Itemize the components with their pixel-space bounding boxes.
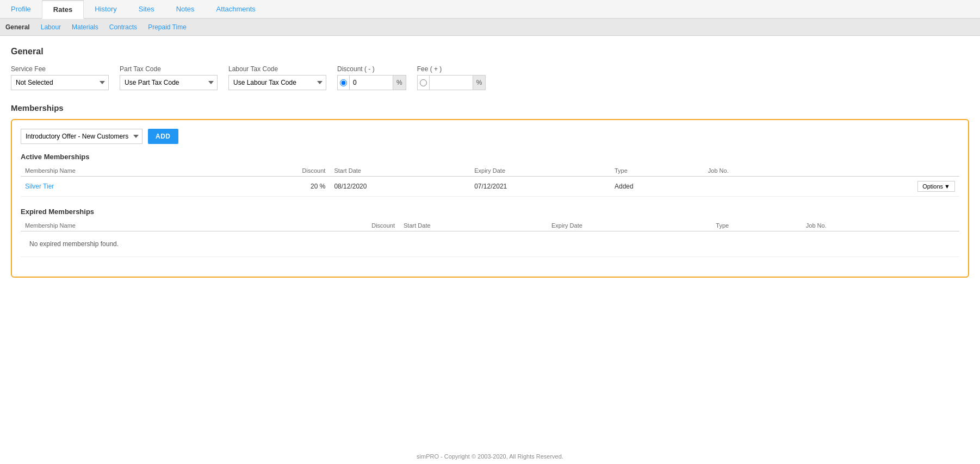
active-col-expirydate: Expiry Date [470, 165, 610, 177]
expired-col-jobno: Job No. [802, 220, 923, 231]
part-tax-code-label: Part Tax Code [120, 65, 218, 73]
tab-notes[interactable]: Notes [165, 0, 206, 18]
active-memberships-table: Membership Name Discount Start Date Expi… [21, 165, 959, 197]
fee-pct: % [473, 76, 486, 90]
membership-discount-cell: 20 % [221, 177, 330, 197]
tab-sites[interactable]: Sites [128, 0, 165, 18]
labour-tax-code-select[interactable]: Use Labour Tax CodeTax ExemptGST [228, 75, 326, 90]
expired-col-options [923, 220, 959, 231]
add-membership-button[interactable]: ADD [148, 129, 178, 144]
options-button[interactable]: Options ▼ [917, 181, 955, 192]
service-fee-select[interactable]: Not SelectedStandard FeePremium Fee [11, 75, 109, 90]
service-fee-label: Service Fee [11, 65, 109, 73]
discount-radio[interactable] [340, 79, 347, 86]
active-col-jobno: Job No. [704, 165, 803, 177]
fee-radio[interactable] [420, 79, 427, 86]
expired-col-expirydate: Expiry Date [547, 220, 711, 231]
membership-select[interactable]: Introductory Offer - New CustomersSilver… [21, 129, 142, 144]
discount-group: Discount ( - ) % [337, 65, 406, 90]
expired-memberships-table: Membership Name Discount Start Date Expi… [21, 220, 959, 257]
expired-col-type: Type [711, 220, 801, 231]
active-col-options [803, 165, 959, 177]
part-tax-code-group: Part Tax Code Use Part Tax CodeTax Exemp… [120, 65, 218, 90]
fee-input-row: % [417, 75, 486, 90]
fee-label: Fee ( + ) [417, 65, 486, 73]
tab-rates[interactable]: Rates [42, 0, 84, 19]
tab-history[interactable]: History [84, 0, 127, 18]
expired-col-discount: Discount [266, 220, 399, 231]
labour-tax-code-group: Labour Tax Code Use Labour Tax CodeTax E… [228, 65, 326, 90]
part-tax-code-select[interactable]: Use Part Tax CodeTax ExemptGST [120, 75, 218, 90]
subtab-general[interactable]: General [5, 23, 30, 31]
subtab-prepaid-time[interactable]: Prepaid Time [148, 23, 187, 31]
section-title: General [11, 47, 969, 57]
no-data-row: No expired membership found. [21, 231, 959, 257]
fee-input[interactable] [429, 76, 473, 90]
options-chevron-icon: ▼ [944, 183, 950, 190]
subtab-materials[interactable]: Materials [72, 23, 98, 31]
general-form-row: Service Fee Not SelectedStandard FeePrem… [11, 65, 969, 90]
options-label: Options [922, 183, 943, 190]
membership-jobno-cell [704, 177, 803, 197]
membership-startdate-cell: 08/12/2020 [330, 177, 470, 197]
expired-col-name: Membership Name [21, 220, 266, 231]
main-content: General Service Fee Not SelectedStandard… [0, 36, 980, 289]
fee-group: Fee ( + ) % [417, 65, 486, 90]
service-fee-group: Service Fee Not SelectedStandard FeePrem… [11, 65, 109, 90]
active-col-type: Type [610, 165, 704, 177]
sub-tabs-bar: General Labour Materials Contracts Prepa… [0, 19, 980, 36]
memberships-add-row: Introductory Offer - New CustomersSilver… [21, 129, 959, 144]
membership-expirydate-cell: 07/12/2021 [470, 177, 610, 197]
no-expired-text: No expired membership found. [25, 236, 955, 252]
active-memberships-title: Active Memberships [21, 153, 959, 161]
subtab-labour[interactable]: Labour [41, 23, 61, 31]
active-col-startdate: Start Date [330, 165, 470, 177]
expired-memberships-title: Expired Memberships [21, 208, 959, 216]
subtab-contracts[interactable]: Contracts [109, 23, 137, 31]
top-tabs-bar: Profile Rates History Sites Notes Attach… [0, 0, 980, 19]
discount-input-row: % [337, 75, 406, 90]
tab-attachments[interactable]: Attachments [206, 0, 266, 18]
membership-name-cell: Silver Tier [21, 177, 221, 197]
membership-options-cell: Options ▼ [803, 177, 959, 197]
tab-profile[interactable]: Profile [0, 0, 42, 18]
discount-label: Discount ( - ) [337, 65, 406, 73]
expired-col-startdate: Start Date [399, 220, 547, 231]
memberships-box: Introductory Offer - New CustomersSilver… [11, 119, 969, 278]
discount-pct: % [393, 76, 406, 90]
table-row: Silver Tier 20 % 08/12/2020 07/12/2021 A… [21, 177, 959, 197]
active-col-discount: Discount [221, 165, 330, 177]
discount-input[interactable] [349, 76, 393, 90]
active-col-name: Membership Name [21, 165, 221, 177]
memberships-title: Memberships [11, 103, 969, 112]
memberships-section: Memberships Introductory Offer - New Cus… [11, 103, 969, 278]
labour-tax-code-label: Labour Tax Code [228, 65, 326, 73]
membership-type-cell: Added [610, 177, 704, 197]
